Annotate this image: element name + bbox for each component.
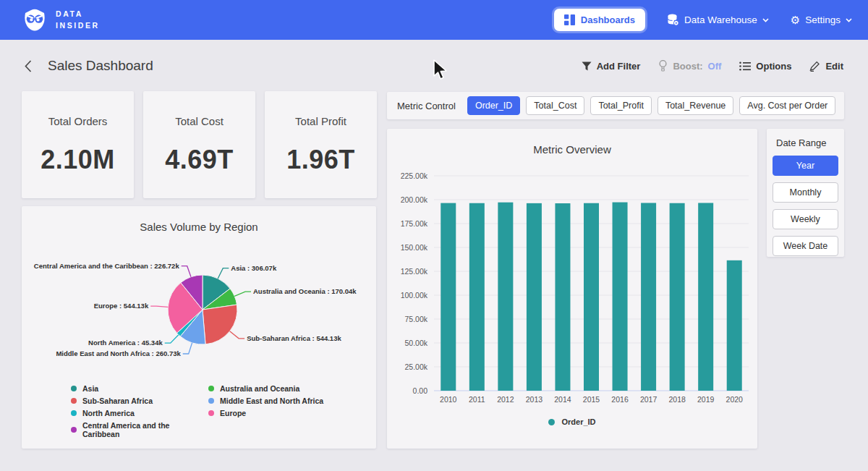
bar-2017[interactable] — [641, 203, 656, 391]
owl-logo-icon — [22, 7, 48, 33]
bar-2015[interactable] — [584, 203, 599, 391]
options-button[interactable]: Options — [739, 61, 791, 72]
date-range-button-monthly[interactable]: Monthly — [773, 182, 838, 203]
legend-label: Order_ID — [561, 417, 595, 426]
legend-text: Middle East and North Africa — [220, 396, 323, 405]
pie-legend-item-north-america[interactable]: North America — [71, 409, 208, 417]
pie-legend-item-asia[interactable]: Asia — [71, 384, 208, 393]
bar-2014[interactable] — [555, 203, 570, 391]
x-tick-label: 2013 — [526, 395, 543, 404]
date-range-card: Date Range YearMonthlyWeeklyWeek Date — [767, 129, 844, 257]
pie-leader-line — [183, 343, 192, 354]
pie-slice-label: Asia : 306.07k — [231, 264, 277, 272]
brand-text: DATA INSIDER — [56, 9, 100, 32]
list-icon — [739, 61, 751, 71]
bar-2020[interactable] — [727, 260, 742, 391]
bar-2018[interactable] — [670, 203, 685, 391]
navbar-right: Dashboards Data Warehouse — [554, 9, 852, 31]
pie-slice-label: Middle East and North Africa : 260.73k — [56, 349, 181, 357]
database-icon — [667, 14, 679, 26]
x-tick-label: 2016 — [611, 395, 629, 404]
legend-dot — [208, 398, 214, 404]
boost-balloon-icon — [658, 60, 668, 72]
bar-2011[interactable] — [469, 203, 485, 391]
kpi-card-total-cost: Total Cost4.69T — [143, 91, 255, 198]
pie-legend-item-middle-east-and-north-africa[interactable]: Middle East and North Africa — [208, 396, 323, 405]
metric-button-order-id[interactable]: Order_ID — [467, 96, 520, 115]
header-actions: Add Filter Boost: Off — [582, 60, 843, 72]
add-filter-button[interactable]: Add Filter — [582, 61, 641, 72]
legend-text: Asia — [82, 384, 98, 393]
pie-chart[interactable]: Asia : 306.07kAustralia and Oceania : 17… — [22, 232, 376, 380]
pie-leader-line — [218, 268, 229, 279]
bar-2013[interactable] — [527, 203, 542, 391]
dashboards-label: Dashboards — [581, 14, 635, 25]
bar-chart[interactable]: 0.0025.00k50.00k75.00k100.00k125.00k150.… — [387, 154, 757, 409]
settings-menu[interactable]: ⚙ Settings — [791, 14, 852, 25]
settings-label: Settings — [805, 14, 841, 25]
bar-2010[interactable] — [441, 203, 456, 391]
legend-text: North America — [82, 409, 135, 417]
pie-leader-line — [182, 266, 191, 277]
legend-text: Central America and the Caribbean — [82, 421, 208, 438]
y-tick-label: 175.00k — [401, 219, 428, 228]
pie-slice-sub-saharan-africa[interactable] — [203, 305, 237, 344]
bar-2019[interactable] — [698, 203, 713, 391]
data-warehouse-menu[interactable]: Data Warehouse — [667, 14, 769, 26]
date-range-label: Date Range — [776, 137, 838, 148]
kpi-card-total-orders: Total Orders2.10M — [22, 91, 134, 198]
y-tick-label: 225.00k — [401, 171, 428, 180]
pie-legend-item-sub-saharan-africa[interactable]: Sub-Saharan Africa — [71, 396, 208, 405]
y-tick-label: 50.00k — [404, 339, 427, 347]
kpi-row: Total Orders2.10MTotal Cost4.69TTotal Pr… — [22, 91, 377, 198]
date-range-buttons: YearMonthlyWeeklyWeek Date — [773, 156, 838, 256]
legend-dot — [71, 427, 77, 433]
metric-button-avg-cost-per-order[interactable]: Avg. Cost per Order — [739, 96, 835, 115]
bar-2016[interactable] — [613, 203, 628, 391]
boost-toggle[interactable]: Boost: Off — [658, 60, 721, 72]
metric-button-total-revenue[interactable]: Total_Revenue — [658, 96, 733, 115]
top-navbar: DATA INSIDER Dashboards — [0, 0, 868, 40]
metric-button-total-profit[interactable]: Total_Profit — [590, 96, 652, 115]
date-range-button-week-date[interactable]: Week Date — [773, 236, 838, 256]
pie-slice-label: Sub-Saharan Africa : 544.13k — [247, 334, 341, 342]
kpi-value: 1.96T — [286, 145, 355, 175]
page-title: Sales Dashboard — [48, 58, 153, 74]
bar-chart-legend: Order_ID — [387, 417, 757, 426]
pie-slice-label: North America : 45.34k — [88, 339, 163, 347]
pie-slice-label: Central America and the Caribbean : 226.… — [34, 262, 180, 270]
legend-dot — [208, 410, 214, 416]
x-tick-label: 2015 — [583, 395, 600, 404]
x-tick-label: 2020 — [726, 395, 744, 404]
pie-legend-item-central-america-and-the-caribbean[interactable]: Central America and the Caribbean — [71, 421, 208, 438]
app-root: DATA INSIDER Dashboards — [0, 0, 868, 471]
chevron-down-icon — [846, 18, 852, 22]
bar-2012[interactable] — [498, 203, 513, 391]
x-tick-label: 2012 — [497, 395, 514, 404]
pie-chart-title: Sales Volume by Region — [22, 206, 376, 232]
pie-legend-item-europe[interactable]: Europe — [208, 409, 323, 417]
legend-text: Australia and Oceania — [220, 384, 299, 393]
metric-control-bar: Metric Control Order_IDTotal_CostTotal_P… — [387, 92, 844, 119]
brand[interactable]: DATA INSIDER — [22, 7, 100, 33]
x-tick-label: 2019 — [697, 395, 715, 404]
y-tick-label: 75.00k — [404, 315, 427, 323]
y-tick-label: 150.00k — [401, 243, 428, 252]
filter-icon — [582, 61, 592, 71]
legend-dot — [208, 386, 214, 391]
dashboards-button[interactable]: Dashboards — [554, 9, 645, 31]
metric-button-total-cost[interactable]: Total_Cost — [526, 96, 584, 115]
edit-button[interactable]: Edit — [809, 61, 843, 72]
pie-chart-legend: AsiaSub-Saharan AfricaNorth AmericaCentr… — [22, 384, 376, 438]
pie-leader-line — [234, 292, 251, 296]
x-tick-label: 2017 — [640, 395, 658, 404]
legend-text: Sub-Saharan Africa — [82, 396, 153, 405]
kpi-label: Total Profit — [295, 115, 346, 127]
date-range-button-weekly[interactable]: Weekly — [773, 209, 838, 229]
back-button[interactable] — [25, 60, 32, 72]
pie-slice-label: Australia and Oceania : 170.04k — [253, 287, 357, 295]
date-range-button-year[interactable]: Year — [773, 156, 838, 176]
pie-legend-item-australia-and-oceania[interactable]: Australia and Oceania — [208, 384, 323, 393]
pie-leader-line — [150, 306, 168, 307]
gear-icon: ⚙ — [791, 14, 800, 25]
